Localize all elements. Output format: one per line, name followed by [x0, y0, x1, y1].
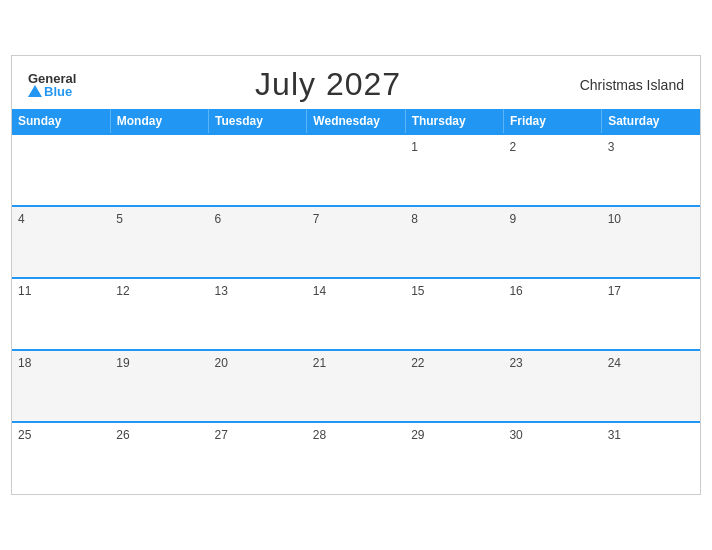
day-number: 18 — [18, 356, 31, 370]
day-number: 1 — [411, 140, 418, 154]
day-number: 31 — [608, 428, 621, 442]
calendar-day-cell: 28 — [307, 422, 405, 494]
calendar-day-cell: 14 — [307, 278, 405, 350]
weekday-header-sunday: Sunday — [12, 109, 110, 134]
day-number: 26 — [116, 428, 129, 442]
day-number: 6 — [215, 212, 222, 226]
calendar-table: SundayMondayTuesdayWednesdayThursdayFrid… — [12, 109, 700, 494]
weekday-header-tuesday: Tuesday — [209, 109, 307, 134]
day-number: 15 — [411, 284, 424, 298]
calendar-day-cell: 21 — [307, 350, 405, 422]
calendar-day-cell: 8 — [405, 206, 503, 278]
day-number: 4 — [18, 212, 25, 226]
logo: General Blue — [28, 72, 76, 98]
day-number: 21 — [313, 356, 326, 370]
calendar-day-cell: 29 — [405, 422, 503, 494]
day-number: 5 — [116, 212, 123, 226]
day-number: 10 — [608, 212, 621, 226]
day-number: 30 — [509, 428, 522, 442]
calendar-day-cell — [12, 134, 110, 206]
day-number: 19 — [116, 356, 129, 370]
day-number: 29 — [411, 428, 424, 442]
calendar-day-cell: 7 — [307, 206, 405, 278]
day-number: 14 — [313, 284, 326, 298]
calendar-week-row: 18192021222324 — [12, 350, 700, 422]
logo-blue-text: Blue — [28, 85, 72, 98]
calendar-week-row: 45678910 — [12, 206, 700, 278]
day-number: 13 — [215, 284, 228, 298]
calendar-day-cell: 4 — [12, 206, 110, 278]
calendar-day-cell: 11 — [12, 278, 110, 350]
day-number: 7 — [313, 212, 320, 226]
calendar-day-cell — [110, 134, 208, 206]
calendar-week-row: 11121314151617 — [12, 278, 700, 350]
calendar-day-cell: 2 — [503, 134, 601, 206]
calendar-day-cell: 26 — [110, 422, 208, 494]
calendar-day-cell: 15 — [405, 278, 503, 350]
day-number: 11 — [18, 284, 31, 298]
day-number: 23 — [509, 356, 522, 370]
calendar-day-cell: 20 — [209, 350, 307, 422]
calendar-day-cell: 16 — [503, 278, 601, 350]
calendar-day-cell: 23 — [503, 350, 601, 422]
calendar-tbody: 1234567891011121314151617181920212223242… — [12, 134, 700, 494]
calendar-day-cell: 1 — [405, 134, 503, 206]
day-number: 12 — [116, 284, 129, 298]
day-number: 28 — [313, 428, 326, 442]
calendar-day-cell: 3 — [602, 134, 700, 206]
calendar-day-cell: 9 — [503, 206, 601, 278]
day-number: 27 — [215, 428, 228, 442]
calendar-day-cell: 19 — [110, 350, 208, 422]
day-number: 22 — [411, 356, 424, 370]
calendar-day-cell: 30 — [503, 422, 601, 494]
calendar-day-cell: 17 — [602, 278, 700, 350]
weekday-header-saturday: Saturday — [602, 109, 700, 134]
day-number: 9 — [509, 212, 516, 226]
weekday-header-friday: Friday — [503, 109, 601, 134]
weekday-header-row: SundayMondayTuesdayWednesdayThursdayFrid… — [12, 109, 700, 134]
day-number: 2 — [509, 140, 516, 154]
calendar-day-cell: 12 — [110, 278, 208, 350]
calendar-day-cell: 22 — [405, 350, 503, 422]
calendar-thead: SundayMondayTuesdayWednesdayThursdayFrid… — [12, 109, 700, 134]
calendar-week-row: 123 — [12, 134, 700, 206]
calendar-day-cell: 31 — [602, 422, 700, 494]
calendar-day-cell: 5 — [110, 206, 208, 278]
calendar-day-cell: 24 — [602, 350, 700, 422]
day-number: 17 — [608, 284, 621, 298]
calendar-title: July 2027 — [255, 66, 401, 103]
calendar-day-cell: 25 — [12, 422, 110, 494]
logo-general-text: General — [28, 72, 76, 85]
day-number: 24 — [608, 356, 621, 370]
day-number: 8 — [411, 212, 418, 226]
day-number: 25 — [18, 428, 31, 442]
weekday-header-wednesday: Wednesday — [307, 109, 405, 134]
weekday-header-monday: Monday — [110, 109, 208, 134]
calendar-week-row: 25262728293031 — [12, 422, 700, 494]
day-number: 3 — [608, 140, 615, 154]
calendar-day-cell — [307, 134, 405, 206]
weekday-header-thursday: Thursday — [405, 109, 503, 134]
calendar-day-cell: 6 — [209, 206, 307, 278]
calendar-day-cell — [209, 134, 307, 206]
calendar-day-cell: 13 — [209, 278, 307, 350]
day-number: 16 — [509, 284, 522, 298]
calendar-day-cell: 18 — [12, 350, 110, 422]
calendar-header: General Blue July 2027 Christmas Island — [12, 56, 700, 109]
logo-triangle-icon — [28, 85, 42, 97]
day-number: 20 — [215, 356, 228, 370]
calendar-day-cell: 27 — [209, 422, 307, 494]
calendar-day-cell: 10 — [602, 206, 700, 278]
calendar-container: General Blue July 2027 Christmas Island … — [11, 55, 701, 495]
calendar-location: Christmas Island — [580, 77, 684, 93]
